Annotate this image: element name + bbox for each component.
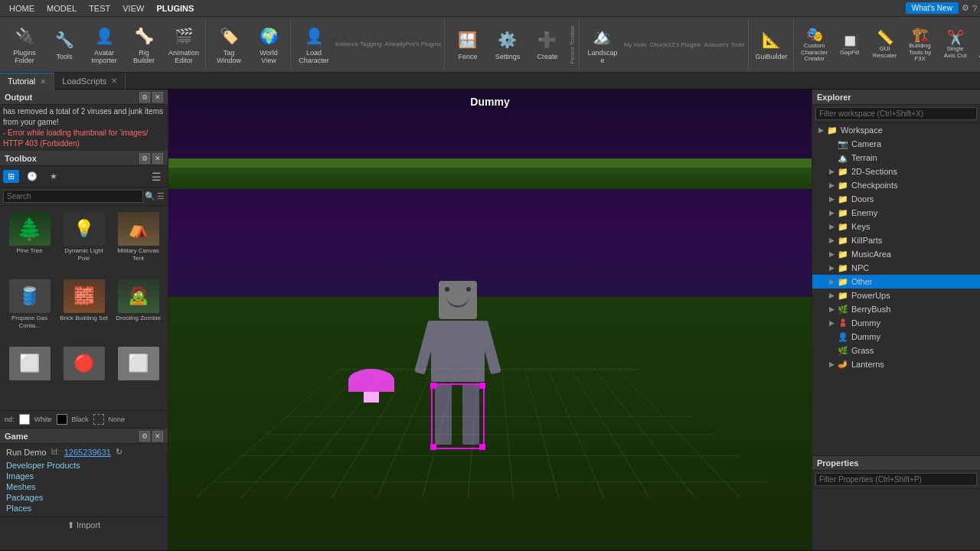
tree-item-camera[interactable]: 📷 Camera xyxy=(812,137,980,151)
gui-rescaler-btn[interactable]: 📏 GUI Rescaler xyxy=(869,21,901,68)
menu-plugins[interactable]: PLUGINS xyxy=(150,2,200,15)
building-tools-btn[interactable]: 🏗️ Building Tools by F3X xyxy=(904,21,936,68)
guibuilder-btn[interactable]: 📐 GuiBuilder xyxy=(753,21,790,68)
tree-item-musicarea[interactable]: ▶ 📁 MusicArea xyxy=(812,247,980,261)
tree-item-grass[interactable]: 🌿 Grass xyxy=(812,344,980,357)
toolbox-item-2[interactable]: ⛺ Military Canvas Tent xyxy=(112,209,165,275)
toolbox-search-input[interactable] xyxy=(3,190,143,203)
settings-btn[interactable]: ⚙️ Settings xyxy=(489,21,526,68)
game-settings-btn[interactable]: ⚙ xyxy=(139,431,150,442)
tree-toggle-doors[interactable]: ▶ xyxy=(826,194,837,204)
animation-editor-btn[interactable]: 🎬 Animation Editor xyxy=(165,21,202,68)
tree-item-terrain[interactable]: 🏔️ Terrain xyxy=(812,151,980,165)
tab-loadscripts[interactable]: LoadScripts ✕ xyxy=(54,73,126,90)
tab-loadscripts-close[interactable]: ✕ xyxy=(111,77,117,85)
toolbox-item-5[interactable]: 🧟 Drooling Zombie xyxy=(112,276,165,342)
tools-btn[interactable]: 🔧 Tools xyxy=(46,21,83,68)
tree-toggle-enemy[interactable]: ▶ xyxy=(826,207,837,218)
create-btn[interactable]: ➕ Create xyxy=(529,21,566,68)
tree-item-checkpoints[interactable]: ▶ 📁 Checkpoints xyxy=(812,178,980,192)
game-link-dev-products[interactable]: Developer Products xyxy=(6,460,162,471)
color-black-swatch[interactable] xyxy=(57,414,67,425)
properties-filter-input[interactable] xyxy=(815,473,977,486)
toolbox-item-7[interactable]: 🔴 xyxy=(57,344,110,407)
tree-toggle-berrybush[interactable]: ▶ xyxy=(826,304,837,315)
tree-item-killparts[interactable]: ▶ 📁 KillParts xyxy=(812,233,980,247)
output-close-btn[interactable]: ✕ xyxy=(152,92,163,103)
double-axis-btn[interactable]: ✂️ Double Axis Cut xyxy=(975,21,980,68)
tree-toggle-workspace[interactable]: ▶ xyxy=(815,125,826,135)
tab-tutorial-close[interactable]: ✕ xyxy=(40,77,46,86)
tab-tutorial[interactable]: Tutorial ✕ xyxy=(0,73,54,90)
tree-toggle-checkpoints[interactable]: ▶ xyxy=(826,180,837,191)
game-refresh-icon[interactable]: ↻ xyxy=(116,447,122,457)
color-none-swatch[interactable] xyxy=(93,414,104,425)
toolbox-filter-icon[interactable]: ☰ xyxy=(148,168,165,185)
toolbox-close-btn[interactable]: ✕ xyxy=(152,153,163,164)
settings-icon[interactable]: ⚙ xyxy=(962,3,969,13)
tree-item-dummy-2[interactable]: 👤 Dummy xyxy=(812,330,980,344)
tree-toggle-keys[interactable]: ▶ xyxy=(826,221,837,232)
rig-builder-btn[interactable]: 🦴 Rig Builder xyxy=(126,21,162,68)
custom-char-btn[interactable]: 🎭 Custom Character Creator xyxy=(799,21,831,68)
viewport[interactable]: Dummy xyxy=(168,90,812,550)
tree-item-workspace[interactable]: ▶ 📁 Workspace xyxy=(812,123,980,137)
tree-toggle-2d-sections[interactable]: ▶ xyxy=(826,166,837,177)
tree-item-keys[interactable]: ▶ 📁 Keys xyxy=(812,220,980,233)
menu-view[interactable]: VIEW xyxy=(116,2,150,15)
toolbox-item-6[interactable]: ⬜ xyxy=(3,344,56,407)
game-link-images[interactable]: Images xyxy=(6,471,162,481)
load-character-btn[interactable]: 👤 Load Character xyxy=(296,21,332,68)
menu-model[interactable]: MODEL xyxy=(41,2,83,15)
game-link-places[interactable]: Places xyxy=(6,503,162,514)
help-icon[interactable]: ? xyxy=(972,4,977,13)
toolbox-item-8[interactable]: ⬜ xyxy=(112,344,165,407)
game-link-meshes[interactable]: Meshes xyxy=(6,481,162,492)
tree-item-enemy[interactable]: ▶ 📁 Enemy xyxy=(812,206,980,220)
game-id-value[interactable]: 1265239631 xyxy=(64,448,111,457)
tree-item-npc[interactable]: ▶ 📁 NPC xyxy=(812,261,980,275)
gapfill-btn[interactable]: 🔲 GapFill xyxy=(834,21,866,68)
toolbox-item-4[interactable]: 🧱 Brick Building Set xyxy=(57,276,110,342)
avatar-importer-btn[interactable]: 👤 Avatar Importer xyxy=(86,21,122,68)
game-link-packages[interactable]: Packages xyxy=(6,492,162,503)
plugins-folder-btn[interactable]: 🔌 Plugins Folder xyxy=(6,21,43,68)
world-view-btn[interactable]: 🌍 World View xyxy=(250,21,287,68)
single-axis-btn[interactable]: ✂️ Single Axis Cut xyxy=(939,21,972,68)
color-white-swatch[interactable] xyxy=(19,414,30,425)
menu-home[interactable]: HOME xyxy=(3,2,41,15)
fence-btn[interactable]: 🪟 Fence xyxy=(449,21,486,68)
tree-toggle-dummy-1[interactable]: ▶ xyxy=(826,318,837,328)
tree-item-doors[interactable]: ▶ 📁 Doors xyxy=(812,192,980,206)
tree-toggle-lanterns[interactable]: ▶ xyxy=(826,359,837,370)
import-bar[interactable]: ⬆ Import xyxy=(0,517,168,533)
toolbox-tab-favorites[interactable]: ★ xyxy=(45,170,62,183)
tree-toggle-other[interactable]: ▶ xyxy=(826,276,837,287)
tree-item-powerups[interactable]: ▶ 📁 PowerUps xyxy=(812,289,980,302)
game-close-btn[interactable]: ✕ xyxy=(152,431,163,442)
tag-window-btn[interactable]: 🏷️ Tag Window xyxy=(211,21,247,68)
tree-toggle-npc[interactable]: ▶ xyxy=(826,262,837,273)
tree-toggle-powerups[interactable]: ▶ xyxy=(826,290,837,301)
guibuilder-icon: 📐 xyxy=(760,28,784,52)
toolbox-tab-recent[interactable]: 🕐 xyxy=(22,170,42,183)
whats-new-button[interactable]: What's New xyxy=(906,2,959,14)
tree-toggle-killparts[interactable]: ▶ xyxy=(826,235,837,246)
menu-test[interactable]: TEST xyxy=(83,2,116,15)
toolbox-tab-grid[interactable]: ⊞ xyxy=(3,170,19,183)
explorer-filter-input[interactable] xyxy=(815,107,977,120)
toolbox-settings-btn[interactable]: ⚙ xyxy=(139,153,150,164)
toolbox-sort-icon[interactable]: ☰ xyxy=(157,191,165,201)
tree-item-lanterns[interactable]: ▶ 🪔 Lanterns xyxy=(812,357,980,371)
toolbox-item-3[interactable]: 🛢️ Propane Gas Conta... xyxy=(3,276,56,342)
tree-item-berrybush[interactable]: ▶ 🌿 BerryBush xyxy=(812,302,980,316)
tree-item-2d-sections[interactable]: ▶ 📁 2D-Sections xyxy=(812,165,980,178)
tree-toggle-musicarea[interactable]: ▶ xyxy=(826,249,837,259)
output-settings-btn[interactable]: ⚙ xyxy=(139,92,150,103)
toolbox-item-0[interactable]: 🌲 Pine Tree xyxy=(3,209,56,275)
tree-item-other[interactable]: ▶ 📁 Other xyxy=(812,275,980,289)
tree-label-checkpoints: Checkpoints xyxy=(851,181,898,190)
toolbox-item-1[interactable]: 💡 Dynamic Light Pole xyxy=(57,209,110,275)
landscape-btn[interactable]: 🏔️ Landscape xyxy=(584,21,621,68)
tree-item-dummy-1[interactable]: ▶ Dummy xyxy=(812,316,980,330)
